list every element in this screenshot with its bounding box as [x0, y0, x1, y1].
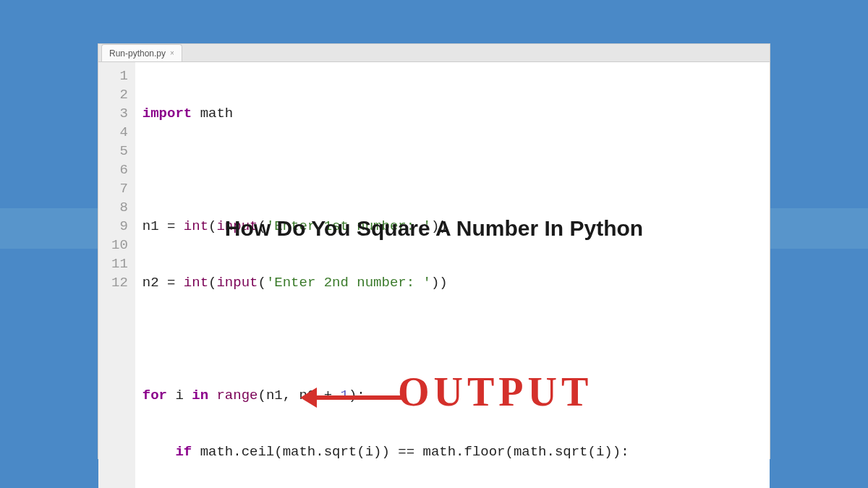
tab-label: Run-python.py: [109, 48, 166, 59]
code-line: [142, 160, 629, 179]
tab-run-python[interactable]: Run-python.py ×: [101, 44, 182, 61]
output-annotation-label: OUTPUT: [398, 369, 592, 415]
code-content: import math n1 = int(input('Enter 1st nu…: [135, 62, 637, 488]
banner-stripe-left: [0, 208, 98, 249]
arrow-annotation-icon: [297, 383, 405, 412]
close-icon[interactable]: ×: [170, 49, 174, 57]
code-line: if math.ceil(math.sqrt(i)) == math.floor…: [142, 442, 629, 461]
line-gutter: 1 2 3 4 5 6 7 8 9 10 11 12: [98, 62, 135, 488]
code-line: n1 = int(input('Enter 1st number: ')): [142, 217, 629, 236]
banner-stripe-right: [770, 208, 868, 249]
editor-tab-bar: Run-python.py ×: [98, 44, 770, 62]
code-line: [142, 330, 629, 348]
code-editor[interactable]: 1 2 3 4 5 6 7 8 9 10 11 12 import math n…: [98, 62, 770, 488]
code-line: import math: [142, 104, 629, 123]
code-line: n2 = int(input('Enter 2nd number: ')): [142, 273, 629, 292]
